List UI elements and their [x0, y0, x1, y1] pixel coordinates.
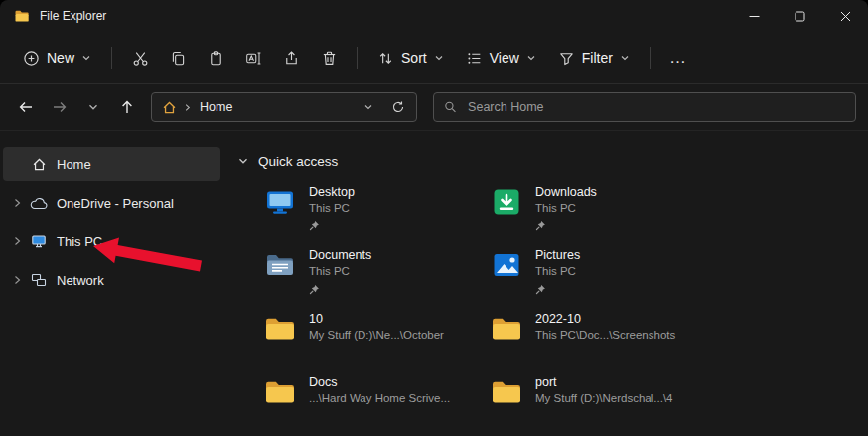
- quick-access-item-docs[interactable]: Docs ...\Hard Way Home Scrive...: [263, 375, 490, 426]
- quick-access-item-pictures[interactable]: Pictures This PC: [490, 248, 716, 299]
- sidebar-item-label: This PC: [57, 234, 102, 249]
- divider: [650, 47, 651, 69]
- cut-button[interactable]: [121, 40, 159, 75]
- sidebar-item-label: Home: [57, 157, 91, 172]
- item-name: 10: [309, 312, 444, 327]
- quick-access-item-downloads[interactable]: Downloads This PC: [490, 185, 716, 235]
- search-input[interactable]: [466, 99, 845, 115]
- folder-icon: [490, 375, 523, 409]
- minimize-button[interactable]: [731, 0, 777, 32]
- pin-icon: [309, 218, 355, 228]
- pin-icon: [309, 281, 371, 292]
- chevron-down-icon: [526, 53, 536, 63]
- chevron-right-icon[interactable]: [12, 198, 30, 208]
- address-dropdown-button[interactable]: [357, 95, 380, 119]
- new-button-label: New: [47, 50, 74, 66]
- navigation-pane: Home OneDrive - Personal: [0, 131, 223, 436]
- quick-access-item-documents[interactable]: Documents This PC: [263, 248, 490, 299]
- sidebar-item-home[interactable]: Home: [3, 147, 220, 181]
- filter-button[interactable]: Filter: [547, 40, 641, 75]
- divider: [357, 47, 358, 69]
- close-button[interactable]: [822, 0, 868, 32]
- desktop-folder-icon: [263, 185, 297, 218]
- cut-icon: [132, 50, 149, 67]
- pictures-folder-icon: [490, 248, 523, 282]
- chevron-right-icon[interactable]: [12, 236, 30, 246]
- search-icon: [444, 100, 457, 114]
- tile-text: Documents This PC: [309, 248, 371, 299]
- delete-button[interactable]: [310, 40, 348, 75]
- new-button[interactable]: New: [12, 40, 102, 75]
- recent-locations-button[interactable]: [77, 91, 109, 123]
- share-button[interactable]: [272, 40, 310, 75]
- quick-access-item-2022-10[interactable]: 2022-10 This PC\Doc...\Screenshots: [490, 312, 716, 363]
- file-explorer-window: File Explorer New: [0, 0, 868, 436]
- sidebar-item-label: Network: [57, 273, 104, 288]
- quick-access-header[interactable]: Quick access: [237, 151, 868, 171]
- tile-text: 2022-10 This PC\Doc...\Screenshots: [535, 312, 675, 363]
- tile-text: port My Stuff (D:)\Nerdschal...\4: [535, 375, 672, 426]
- up-button[interactable]: [111, 91, 143, 123]
- titlebar: File Explorer: [0, 0, 868, 32]
- filter-button-label: Filter: [582, 50, 613, 66]
- quick-access-item-10[interactable]: 10 My Stuff (D:)\Ne...\October: [263, 312, 490, 363]
- sidebar-item-this-pc[interactable]: This PC: [3, 224, 220, 258]
- pin-icon: [535, 218, 597, 228]
- downloads-folder-icon: [490, 185, 523, 218]
- view-button-label: View: [490, 50, 519, 66]
- quick-access-grid: Desktop This PC: [263, 185, 868, 426]
- back-button[interactable]: [10, 91, 42, 123]
- copy-icon: [170, 50, 187, 67]
- chevron-down-icon: [237, 155, 249, 167]
- cloud-icon: [30, 197, 48, 210]
- chevron-down-icon: [87, 101, 99, 113]
- forward-icon: [52, 99, 68, 115]
- folder-icon: [490, 312, 523, 346]
- tile-text: Desktop This PC: [309, 185, 355, 235]
- sidebar-item-network[interactable]: Network: [3, 263, 220, 297]
- sidebar-item-onedrive[interactable]: OneDrive - Personal: [3, 186, 220, 219]
- maximize-button[interactable]: [777, 0, 822, 32]
- sort-button[interactable]: Sort: [366, 40, 455, 75]
- quick-access-item-port[interactable]: port My Stuff (D:)\Nerdschal...\4: [490, 375, 716, 426]
- item-name: Desktop: [309, 185, 355, 200]
- quick-access-item-desktop[interactable]: Desktop This PC: [263, 185, 490, 235]
- see-more-button[interactable]: …: [659, 40, 697, 75]
- content-pane: Quick access Desktop This PC: [223, 131, 868, 436]
- breadcrumb-chevron-icon: [183, 103, 192, 112]
- window-title: File Explorer: [40, 9, 106, 23]
- tile-text: Pictures This PC: [535, 248, 580, 299]
- chevron-down-icon: [363, 102, 373, 112]
- folder-icon: [263, 375, 297, 409]
- address-bar[interactable]: Home: [151, 92, 417, 122]
- plus-circle-icon: [23, 50, 40, 67]
- copy-button[interactable]: [159, 40, 197, 75]
- app-folder-icon: [14, 8, 30, 24]
- view-button[interactable]: View: [455, 40, 547, 75]
- item-name: Documents: [309, 248, 371, 263]
- back-icon: [18, 99, 34, 115]
- minimize-icon: [749, 11, 760, 22]
- item-detail: This PC\Doc...\Screenshots: [535, 328, 675, 342]
- house-icon: [30, 157, 48, 172]
- rename-button[interactable]: [234, 40, 272, 75]
- refresh-icon: [391, 100, 405, 114]
- forward-button[interactable]: [44, 91, 75, 123]
- more-icon: …: [669, 48, 687, 68]
- item-name: Pictures: [535, 248, 580, 263]
- chevron-right-icon[interactable]: [12, 275, 30, 285]
- refresh-button[interactable]: [386, 95, 410, 119]
- command-bar: New: [0, 32, 868, 84]
- chevron-down-icon: [620, 53, 630, 63]
- item-name: Docs: [309, 375, 450, 390]
- maximize-icon: [795, 11, 805, 22]
- search-box[interactable]: [433, 92, 856, 122]
- navigation-bar: Home: [0, 84, 868, 130]
- breadcrumb-home[interactable]: Home: [200, 100, 232, 114]
- item-detail: This PC: [309, 201, 355, 215]
- tile-text: Docs ...\Hard Way Home Scrive...: [309, 375, 450, 426]
- paste-button[interactable]: [197, 40, 234, 75]
- monitor-icon: [30, 233, 48, 249]
- share-icon: [283, 50, 300, 67]
- item-detail: This PC: [535, 201, 597, 215]
